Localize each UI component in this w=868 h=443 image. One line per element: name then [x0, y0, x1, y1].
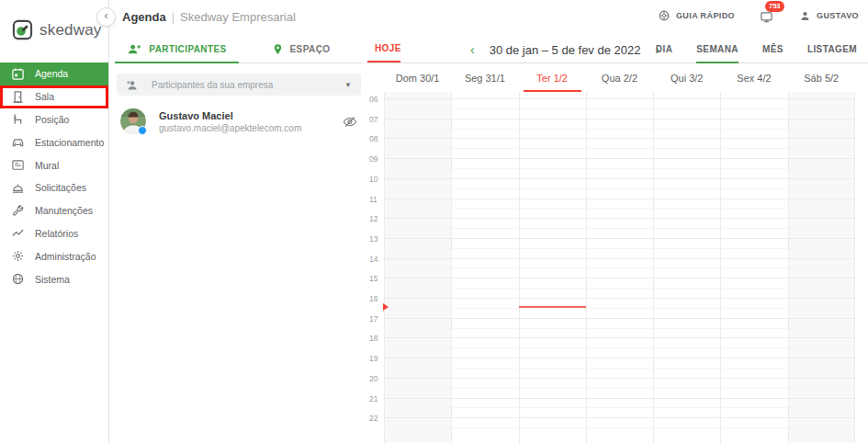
tab-participantes[interactable]: PARTICIPANTES: [115, 37, 239, 63]
sidebar-item-sistema[interactable]: Sistema: [0, 267, 108, 290]
sidebar-item-posicao[interactable]: Posição: [0, 108, 108, 131]
participant-row[interactable]: Gustavo Maciel gustavo.maciel@apekteleco…: [115, 108, 363, 134]
hour-line: [384, 158, 855, 159]
day-header-cell-1[interactable]: Seg 31/1: [451, 64, 518, 92]
participants-search-select[interactable]: Participantes da sua empresa ▼: [117, 74, 361, 96]
current-time-arrow-icon: [383, 303, 389, 311]
sidebar: skedway AgendaSalaPosiçãoEstacionamentoM…: [0, 0, 109, 443]
username-label: GUSTAVO: [817, 11, 859, 20]
user-menu-button[interactable]: GUSTAVO: [799, 10, 859, 22]
sidebar-item-label: Sistema: [35, 274, 70, 285]
participants-panel: PARTICIPANTESESPAÇO Participantes da sua…: [115, 37, 363, 134]
board-icon: [11, 158, 25, 172]
view-label: MÊS: [762, 44, 783, 54]
time-label: 15: [369, 274, 378, 283]
time-label: 16: [369, 294, 378, 303]
half-hour-line: [384, 427, 855, 428]
hour-line: [384, 258, 855, 259]
participant-email: gustavo.maciel@apektelecom.com: [159, 123, 301, 133]
day-label: Ter 1/2: [536, 73, 568, 84]
sidebar-item-mural[interactable]: Mural: [0, 153, 108, 176]
skedway-logo-icon: [12, 19, 33, 40]
sidebar-item-agenda[interactable]: Agenda: [0, 62, 108, 85]
day-label: Seg 31/1: [465, 73, 505, 84]
view-switcher: DIASEMANAMÊSLISTAGEM: [656, 37, 857, 63]
page-title: Agenda: [122, 10, 166, 24]
notifications-button[interactable]: 753: [759, 7, 775, 24]
half-hour-line: [384, 267, 855, 268]
view-dia[interactable]: DIA: [656, 37, 672, 63]
view-mês[interactable]: MÊS: [762, 37, 783, 63]
panel-tabs: PARTICIPANTESESPAÇO: [115, 37, 363, 63]
hour-line: [384, 417, 855, 418]
day-header-cell-2[interactable]: Ter 1/2: [519, 64, 586, 92]
location-pin-icon: [272, 43, 284, 55]
prev-week-button[interactable]: ‹: [470, 43, 475, 56]
sidebar-item-label: Posição: [35, 114, 69, 125]
sidebar-item-manutencoes[interactable]: Manutenções: [0, 199, 108, 222]
half-hour-line: [384, 228, 855, 229]
date-range-label: 30 de jan – 5 de fev de 2022: [490, 43, 641, 57]
time-label: 09: [369, 154, 378, 164]
sidebar-item-label: Administração: [35, 251, 96, 262]
day-header-cell-5[interactable]: Sex 4/2: [720, 64, 787, 92]
hour-line: [384, 218, 855, 219]
sidebar-item-label: Mural: [35, 160, 59, 171]
time-label: 21: [369, 394, 378, 403]
day-header-cell-3[interactable]: Qua 2/2: [586, 64, 653, 92]
sidebar-item-label: Relatórios: [35, 228, 78, 239]
visibility-off-icon[interactable]: [343, 116, 357, 128]
week-grid: 0607080910111213141516171819202122: [367, 92, 868, 443]
view-listagem[interactable]: LISTAGEM: [807, 37, 857, 63]
day-header-gutter: [367, 64, 384, 92]
tab-espaço[interactable]: ESPAÇO: [239, 37, 363, 63]
quick-guide-button[interactable]: GUIA RÁPIDO: [658, 9, 735, 22]
day-header-cell-6[interactable]: Sáb 5/2: [788, 64, 855, 92]
sidebar-item-administracao[interactable]: Administração: [0, 244, 108, 267]
sidebar-item-label: Solicitações: [35, 182, 86, 193]
wrench-icon: [11, 204, 25, 218]
bell-icon: [11, 181, 25, 195]
half-hour-line: [384, 308, 855, 309]
hour-line: [384, 199, 855, 199]
view-semana[interactable]: SEMANA: [696, 37, 738, 63]
time-label: 10: [369, 175, 378, 184]
sidebar-item-label: Estacionamento: [35, 137, 104, 148]
breadcrumb-separator: |: [172, 10, 175, 24]
sidebar-item-solicitacoes[interactable]: Solicitações: [0, 176, 108, 199]
avatar: [120, 108, 146, 134]
topbar-actions: GUIA RÁPIDO 753 GUSTAVO: [658, 7, 859, 24]
half-hour-line: [384, 388, 855, 389]
hour-line: [384, 298, 855, 299]
time-label: 12: [369, 214, 378, 223]
tab-label: PARTICIPANTES: [149, 44, 226, 54]
notification-count-badge: 753: [765, 1, 784, 12]
hour-line: [384, 318, 855, 319]
sidebar-nav: AgendaSalaPosiçãoEstacionamentoMuralSoli…: [0, 62, 108, 290]
view-label: SEMANA: [696, 44, 738, 54]
half-hour-line: [384, 347, 855, 348]
today-button[interactable]: HOJE: [375, 43, 401, 53]
sidebar-item-relatorios[interactable]: Relatórios: [0, 222, 108, 245]
sidebar-item-estacionamento[interactable]: Estacionamento: [0, 131, 108, 153]
day-header-cell-4[interactable]: Qui 3/2: [653, 64, 720, 92]
half-hour-line: [384, 248, 855, 249]
hour-line: [384, 358, 855, 358]
view-label: DIA: [656, 44, 672, 54]
person-icon: [799, 10, 811, 22]
brand-name: skedway: [39, 21, 102, 40]
desk-icon: [11, 112, 25, 126]
day-label: Sáb 5/2: [804, 73, 839, 84]
calendar-toolbar: HOJE ‹ 30 de jan – 5 de fev de 2022 › DI…: [367, 37, 868, 63]
time-label: 19: [369, 354, 378, 363]
hour-line: [384, 337, 855, 338]
hour-line: [384, 278, 855, 278]
time-label: 13: [369, 234, 378, 244]
day-header-cell-0[interactable]: Dom 30/1: [384, 64, 451, 92]
sidebar-item-sala[interactable]: Sala: [0, 85, 108, 108]
sidebar-collapse-button[interactable]: ‹: [96, 7, 116, 27]
time-label: 22: [369, 414, 378, 423]
hour-line: [384, 98, 855, 99]
half-hour-line: [384, 407, 855, 408]
online-status-dot: [138, 126, 147, 135]
